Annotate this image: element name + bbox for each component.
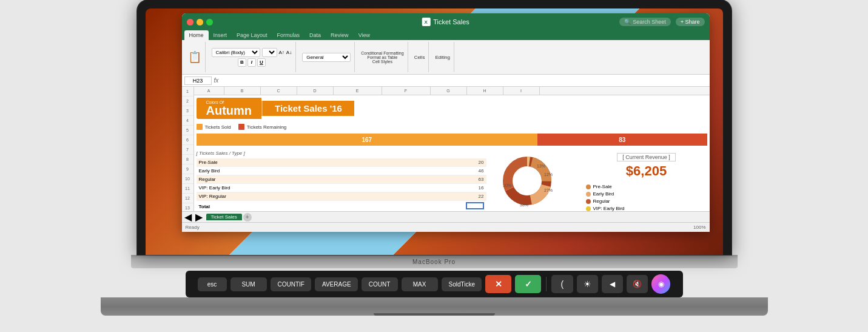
tab-data[interactable]: Data <box>304 30 326 40</box>
clipboard-group: 📋 <box>184 42 206 72</box>
search-icon: 🔍 <box>624 19 631 25</box>
row-value: 16 <box>374 184 486 192</box>
tab-view[interactable]: View <box>354 30 375 40</box>
share-button[interactable]: + Share <box>676 18 705 26</box>
row-header-11: 11 <box>182 184 193 194</box>
donut-label-12: 12% <box>543 172 552 177</box>
legend-item-regular: Regular <box>586 198 707 204</box>
number-format-select[interactable]: General <box>302 53 351 62</box>
total-input-cell[interactable] <box>374 201 486 212</box>
donut-chart: 13% 12% 27% 38% 10% <box>494 151 560 211</box>
paren-left-icon: ( <box>561 279 564 289</box>
esc-key[interactable]: esc <box>198 277 227 291</box>
tb-cancel-button[interactable]: ✕ <box>485 275 511 293</box>
tab-insert[interactable]: Insert <box>209 30 232 40</box>
tb-soldticke-key[interactable]: SoldTicke <box>442 277 482 291</box>
row-header-10: 10 <box>182 174 193 184</box>
right-column: [ Current Revenue ] $6,205 Pre-Sale <box>586 151 707 211</box>
row-label: VIP: Early Bird <box>197 184 374 192</box>
nav-arrow-right[interactable]: ▶ <box>195 211 203 223</box>
title-right-controls: 🔍 Search Sheet + Share <box>619 18 704 26</box>
maximize-button[interactable] <box>206 19 213 25</box>
tab-formulas[interactable]: Formulas <box>272 30 305 40</box>
underline-button[interactable]: U <box>257 58 266 67</box>
tb-max-key[interactable]: MAX <box>402 277 438 291</box>
legend-sold: Tickets Sold <box>197 124 231 130</box>
active-sheet-tab[interactable]: Ticket Sales <box>206 214 242 220</box>
row-header-13: 13 <box>182 203 193 211</box>
legend-label-earlybird: Early Bird <box>593 191 614 197</box>
left-column: [ Tickets Sales / Type ] Pre-Sale 20 Ear… <box>197 151 486 211</box>
revenue-section: [ Current Revenue ] $6,205 <box>586 151 707 179</box>
tb-average-key[interactable]: AVERAGE <box>315 277 358 291</box>
progress-sold-bar: 167 <box>197 134 537 146</box>
current-revenue-label: [ Current Revenue ] <box>617 153 676 161</box>
font-name-select[interactable]: Calibri (Body) <box>212 48 260 57</box>
ribbon-content: 📋 Calibri (Body) 12 A↑ <box>182 40 710 74</box>
window-title-area: X Ticket Sales <box>422 18 469 26</box>
cell-styles-btn[interactable]: Cell Styles <box>372 59 392 64</box>
tb-siri-button[interactable]: ◉ <box>651 274 670 294</box>
autumn-title-block: Colors Of Autumn <box>197 98 262 119</box>
row-value: 46 <box>374 167 486 175</box>
minimize-button[interactable] <box>197 19 203 25</box>
col-header-g: G <box>431 87 467 95</box>
formula-input[interactable] <box>221 78 707 84</box>
format-as-table-btn[interactable]: Format as Table <box>367 55 397 59</box>
tab-page-layout[interactable]: Page Layout <box>232 30 272 40</box>
fx-label: fx <box>214 77 219 84</box>
bold-button[interactable]: B <box>238 58 246 67</box>
tab-review[interactable]: Review <box>326 30 354 40</box>
confirm-icon: ✓ <box>525 279 532 289</box>
close-button[interactable] <box>187 19 193 25</box>
conditional-formatting-btn[interactable]: Conditional Formatting <box>361 51 403 55</box>
total-label: Total <box>197 201 374 212</box>
format-buttons: B I U <box>238 58 266 67</box>
legend-color-presale <box>586 185 591 189</box>
editing-group: Editing <box>431 42 454 72</box>
total-cell-input[interactable] <box>466 202 484 209</box>
cancel-icon: ✕ <box>495 279 502 289</box>
tb-confirm-button[interactable]: ✓ <box>515 275 541 293</box>
decrease-font-icon[interactable]: A↓ <box>286 50 292 55</box>
tb-volume-down-key[interactable]: ◀ <box>602 275 623 293</box>
increase-font-icon[interactable]: A↑ <box>279 50 284 55</box>
tb-brightness-key[interactable]: ☀ <box>577 275 598 293</box>
paste-button[interactable]: 📋 <box>188 52 201 63</box>
traffic-lights <box>187 19 213 25</box>
macbook-base: MacBook Pro <box>131 255 738 268</box>
revenue-amount: $6,205 <box>586 163 707 179</box>
sheet-content: Colors Of Autumn Ticket Sales '16 <box>194 95 710 211</box>
col-header-b: B <box>224 87 261 95</box>
cell-reference-input[interactable]: H23 <box>184 76 212 85</box>
row-value: 22 <box>374 192 486 201</box>
tb-mute-key[interactable]: 🔇 <box>627 275 648 293</box>
styles-group: Conditional Formatting Format as Table C… <box>357 42 408 72</box>
tb-separator-1 <box>546 277 547 291</box>
table-row: Regular 63 <box>197 175 486 184</box>
tb-sum-key[interactable]: SUM <box>230 277 267 291</box>
italic-button[interactable]: I <box>247 58 256 67</box>
tab-home[interactable]: Home <box>184 30 209 40</box>
tb-countif-key[interactable]: COUNTIF <box>271 277 312 291</box>
donut-chart-container: 13% 12% 27% 38% 10% <box>494 151 579 211</box>
row-label: Early Bird <box>197 167 374 175</box>
tb-paren-left-key[interactable]: ( <box>551 275 573 293</box>
screen-lid: X Ticket Sales 🔍 Search Sheet + Share <box>137 0 732 255</box>
nav-arrow-left[interactable]: ◀ <box>184 211 192 223</box>
search-sheet-box[interactable]: 🔍 Search Sheet <box>619 18 671 26</box>
add-sheet-button[interactable]: + <box>243 213 252 222</box>
cells-label: Cells <box>414 55 425 60</box>
col-header-f: F <box>382 87 431 95</box>
spreadsheet: 1 2 3 4 5 6 7 8 9 10 11 12 13 14 <box>182 87 710 211</box>
screen-bezel: X Ticket Sales 🔍 Search Sheet + Share <box>146 8 723 255</box>
ribbon-tabs: Home Insert Page Layout Formulas Data Re… <box>182 30 710 40</box>
font-size-select[interactable]: 12 <box>262 48 277 57</box>
legend-color-earlybird <box>586 192 591 197</box>
mute-icon: 🔇 <box>633 280 642 288</box>
ticket-table: Pre-Sale 20 Early Bird 46 Re <box>197 158 486 211</box>
ticket-sales-title: Ticket Sales '16 <box>261 101 354 116</box>
tb-count-key[interactable]: COUNT <box>362 277 398 291</box>
row-header-6: 6 <box>182 135 193 145</box>
row-label: VIP: Regular <box>197 192 374 201</box>
